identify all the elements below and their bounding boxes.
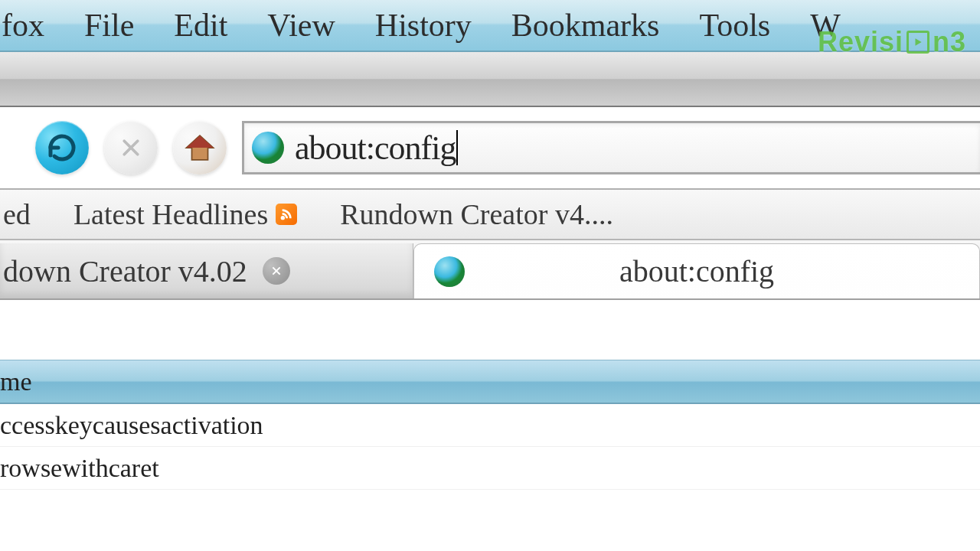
reload-button[interactable] [35,121,89,174]
close-icon [270,265,283,277]
menu-bookmarks[interactable]: Bookmarks [492,7,680,44]
svg-marker-3 [187,135,214,148]
url-text: about:config [295,129,456,168]
column-header-label: me [0,367,32,396]
url-bar[interactable]: about:config [242,121,980,174]
tab-label: down Creator v4.02 [3,253,247,289]
pref-name: rowsewithcaret [0,454,159,483]
menu-tools[interactable]: Tools [679,7,790,44]
bookmark-label: Rundown Creator v4.... [340,197,613,231]
menu-history[interactable]: History [355,7,492,44]
watermark: Revisi n3 [818,26,966,58]
stop-icon [119,136,142,159]
menu-edit[interactable]: Edit [154,7,247,44]
bookmarks-toolbar: ed Latest Headlines Rundown Creator v4..… [0,190,980,240]
toolbar-background [0,52,980,107]
pref-row[interactable]: rowsewithcaret [0,447,980,490]
watermark-play-icon [906,31,929,54]
rss-icon [276,204,297,225]
tab-label: about:config [619,253,774,289]
tab-close-button[interactable] [263,257,290,285]
stop-button[interactable] [104,121,158,174]
text-caret [456,130,458,165]
bookmark-item-headlines[interactable]: Latest Headlines [52,197,318,231]
watermark-text: Revisi [818,26,903,58]
menu-firefox[interactable]: fox [0,7,64,44]
pref-name: ccesskeycausesactivation [0,411,263,440]
tab-strip: down Creator v4.02 about:config [0,240,980,300]
menu-view[interactable]: View [247,7,354,44]
tab-rundown-creator[interactable]: down Creator v4.02 [0,243,413,298]
globe-icon [434,256,465,287]
bookmark-label: ed [3,197,31,231]
reload-icon [47,132,77,163]
filter-area [0,300,980,360]
pref-row[interactable]: ccesskeycausesactivation [0,404,980,447]
tab-about-config[interactable]: about:config [413,243,980,298]
bookmark-item-truncated[interactable]: ed [0,197,52,231]
home-icon [184,132,216,164]
svg-point-4 [282,217,284,219]
svg-marker-7 [915,38,921,45]
bookmark-item-rundown[interactable]: Rundown Creator v4.... [318,197,635,231]
watermark-text: n3 [933,26,966,58]
bookmark-label: Latest Headlines [74,197,268,231]
home-button[interactable] [173,121,227,174]
column-header-name[interactable]: me [0,360,980,404]
menu-file[interactable]: File [64,7,154,44]
globe-icon [252,132,284,164]
navigation-toolbar: about:config [0,107,980,190]
content-area: me ccesskeycausesactivation rowsewithcar… [0,300,980,551]
